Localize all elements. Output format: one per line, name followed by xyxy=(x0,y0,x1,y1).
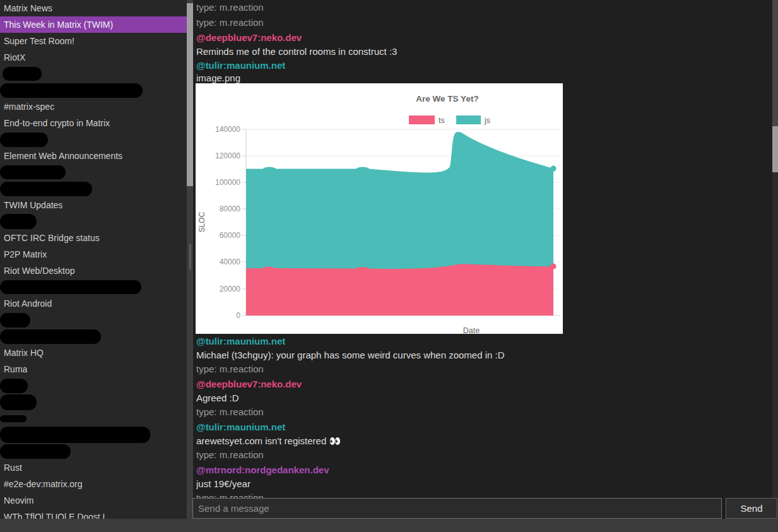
room-label: #e2e-dev:matrix.org xyxy=(4,479,83,489)
room-label: Super Test Room! xyxy=(4,36,74,46)
svg-text:60000: 60000 xyxy=(220,231,241,240)
redacted-room-name xyxy=(0,133,48,147)
room-label: Element Web Announcements xyxy=(4,151,122,161)
room-item-redacted[interactable] xyxy=(0,131,187,148)
room-item[interactable]: Matrix HQ xyxy=(0,345,187,361)
room-item[interactable]: Matrix News xyxy=(0,0,187,16)
room-label: Rust xyxy=(4,463,22,473)
legend-swatch-js[interactable] xyxy=(456,115,481,124)
message-text: Michael (t3chguy): your graph has some w… xyxy=(196,349,772,362)
room-item[interactable]: Rust xyxy=(0,459,187,476)
room-item[interactable]: Riot Web/Desktop xyxy=(0,263,187,279)
room-item-redacted[interactable] xyxy=(0,328,187,345)
redacted-room-name xyxy=(0,182,92,196)
room-item[interactable]: P2P Matrix xyxy=(0,246,187,263)
room-item[interactable]: End-to-end crypto in Matrix xyxy=(0,115,187,131)
room-item[interactable]: #matrix-spec xyxy=(0,98,187,115)
redacted-room-name xyxy=(0,280,141,294)
message-input[interactable] xyxy=(192,498,722,519)
reaction-event-line: type: m.reaction xyxy=(196,362,772,377)
room-label: End-to-end crypto in Matrix xyxy=(4,118,110,128)
room-item[interactable]: #e2e-dev:matrix.org xyxy=(0,476,187,492)
room-label: Ruma xyxy=(4,364,27,374)
sender-name[interactable]: @deepbluev7:neko.dev xyxy=(196,30,772,45)
timeline-scrollbar-thumb[interactable] xyxy=(772,126,778,172)
sender-name[interactable]: @tulir:maunium.net xyxy=(196,58,772,73)
room-label: Riot Android xyxy=(4,299,52,309)
redacted-room-name xyxy=(0,214,37,229)
x-axis-title: Date xyxy=(463,326,480,334)
room-item-redacted[interactable] xyxy=(0,279,187,295)
message-list-bottom: @tulir:maunium.netMichael (t3chguy): you… xyxy=(196,334,772,505)
svg-text:0: 0 xyxy=(236,311,240,320)
reaction-event-line: type: m.reaction xyxy=(196,405,772,420)
sidebar-resize-handle[interactable] xyxy=(189,244,191,270)
room-label: #matrix-spec xyxy=(4,102,54,112)
y-axis-title: SLOC xyxy=(197,211,206,232)
svg-text:100000: 100000 xyxy=(215,178,240,187)
legend-swatch-ts[interactable] xyxy=(409,115,435,124)
room-item-redacted[interactable] xyxy=(0,443,187,459)
message-text: arewetsyet.com isn't registered 👀 xyxy=(196,435,772,447)
reaction-event-line: type: m.reaction xyxy=(196,0,772,15)
room-item-redacted[interactable] xyxy=(0,410,187,427)
js-endpoint-dot xyxy=(551,166,557,172)
room-item-redacted[interactable] xyxy=(0,312,187,328)
sender-name[interactable]: @tulir:maunium.net xyxy=(196,420,772,435)
redacted-room-name xyxy=(0,444,71,459)
room-item-redacted[interactable] xyxy=(0,377,187,394)
svg-text:20000: 20000 xyxy=(220,285,241,293)
room-item[interactable]: Super Test Room! xyxy=(0,33,187,49)
room-item[interactable]: OFTC IRC Bridge status xyxy=(0,230,187,246)
room-item[interactable]: TWIM Updates xyxy=(0,197,187,213)
room-item[interactable]: This Week in Matrix (TWIM) xyxy=(0,16,187,33)
room-label: Neovim xyxy=(4,495,33,505)
room-item-redacted[interactable] xyxy=(0,164,187,180)
room-label: Matrix News xyxy=(4,3,52,13)
room-list: Matrix NewsThis Week in Matrix (TWIM)Sup… xyxy=(0,0,187,519)
redacted-room-name xyxy=(0,313,30,328)
redacted-room-name xyxy=(0,83,143,98)
redacted-room-name xyxy=(0,427,150,443)
timeline-scrollbar[interactable] xyxy=(772,0,778,519)
room-item-redacted[interactable] xyxy=(0,394,187,410)
sender-name[interactable]: @deepbluev7:neko.dev xyxy=(196,377,772,392)
room-label: This Week in Matrix (TWIM) xyxy=(4,20,113,30)
message-timeline: type: m.reactiontype: m.reaction@deepblu… xyxy=(193,0,772,519)
room-item[interactable]: WTh TflOl TUOl E Doost L xyxy=(0,509,187,519)
room-item-redacted[interactable] xyxy=(0,82,187,98)
room-item-redacted[interactable] xyxy=(0,180,187,197)
y-axis-tick-labels: 140000 120000 100000 80000 60000 40000 2… xyxy=(215,125,240,320)
ts-area-series xyxy=(246,264,553,316)
image-filename[interactable]: image.png xyxy=(196,73,772,83)
sidebar-scrollbar-thumb[interactable] xyxy=(187,3,193,186)
send-button[interactable]: Send xyxy=(726,498,777,519)
room-item[interactable]: Riot Android xyxy=(0,295,187,312)
svg-text:40000: 40000 xyxy=(220,257,241,266)
room-item-redacted[interactable] xyxy=(0,66,187,82)
room-item[interactable]: RiotX xyxy=(0,49,187,66)
sender-name[interactable]: @tulir:maunium.net xyxy=(196,334,772,349)
timeline-scrollbar-track-upper xyxy=(772,0,778,126)
room-item[interactable]: Neovim xyxy=(0,492,187,509)
ts-vs-js-area-chart: Are We TS Yet? ts js 140000 120000 10000… xyxy=(196,83,563,334)
room-label: RiotX xyxy=(4,52,25,62)
room-item[interactable]: Ruma xyxy=(0,361,187,377)
room-item-redacted[interactable] xyxy=(0,427,187,443)
message-list-top: type: m.reactiontype: m.reaction@deepblu… xyxy=(196,0,772,83)
legend-label-ts[interactable]: ts xyxy=(439,116,445,125)
legend-label-js[interactable]: js xyxy=(484,116,490,125)
room-item[interactable]: Element Web Announcements xyxy=(0,148,187,164)
room-label: TWIM Updates xyxy=(4,200,62,210)
bottom-bar xyxy=(0,519,778,532)
message-text: Reminds me of the control rooms in const… xyxy=(196,45,772,58)
redacted-room-name xyxy=(0,329,101,344)
chart-image-attachment[interactable]: Are We TS Yet? ts js 140000 120000 10000… xyxy=(196,83,563,334)
room-item-redacted[interactable] xyxy=(0,213,187,230)
sender-name[interactable]: @mtrnord:nordgedanken.dev xyxy=(196,463,772,478)
room-label: WTh TflOl TUOl E Doost L xyxy=(4,512,107,519)
message-text: just 19€/year xyxy=(196,478,772,490)
room-label: P2P Matrix xyxy=(4,249,47,259)
room-label: Matrix HQ xyxy=(4,348,44,358)
room-sidebar: Matrix NewsThis Week in Matrix (TWIM)Sup… xyxy=(0,0,187,519)
